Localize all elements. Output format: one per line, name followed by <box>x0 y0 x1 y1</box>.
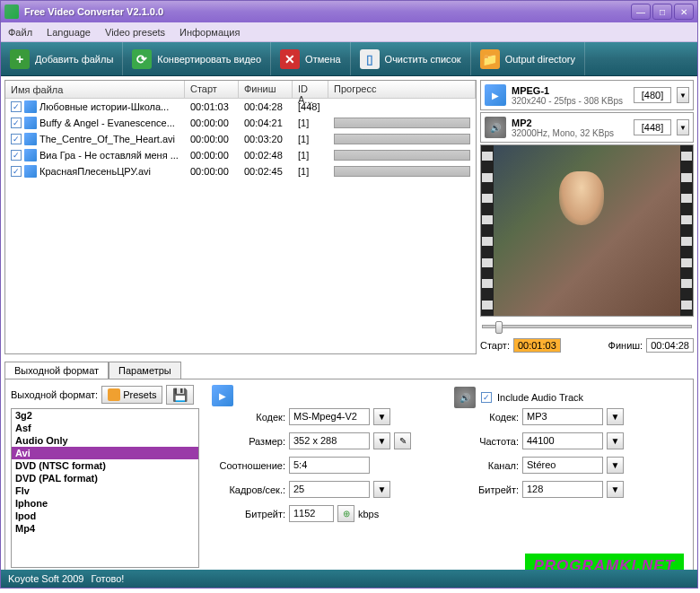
file-list: Имя файла Старт Финиш ID А... Прогресс ✓… <box>4 80 477 354</box>
include-audio-checkbox[interactable]: ✓ <box>481 392 492 403</box>
speaker-icon: 🔊 <box>454 387 476 408</box>
menu-language[interactable]: Language <box>47 27 91 38</box>
checkbox-icon[interactable]: ✓ <box>11 166 22 177</box>
list-item[interactable]: Avi <box>12 447 198 459</box>
video-file-icon <box>24 133 37 145</box>
list-item[interactable]: Audio Only <box>12 434 198 447</box>
plus-icon: + <box>10 49 30 69</box>
audio-bitrate-select[interactable]: 128 <box>522 481 603 498</box>
table-row[interactable]: ✓Любовные истории-Школа...00:01:0300:04:… <box>5 99 476 115</box>
audio-format-value[interactable]: [448] <box>634 119 671 135</box>
start-time[interactable]: 00:01:03 <box>513 338 561 353</box>
clear-list-button[interactable]: ▯Очистить список <box>351 42 471 75</box>
video-format-name: MPEG-1 <box>512 85 628 96</box>
video-format-box: ▶ MPEG-1320x240 - 25fps - 308 KBps [480]… <box>480 80 694 110</box>
chevron-down-icon[interactable]: ▼ <box>607 432 624 449</box>
checkbox-icon[interactable]: ✓ <box>11 134 22 144</box>
video-format-value[interactable]: [480] <box>634 87 671 103</box>
video-ratio-input[interactable]: 5:4 <box>289 457 370 474</box>
folder-icon <box>108 388 120 401</box>
statusbar: Koyote Soft 2009 Готово! <box>1 570 697 588</box>
file-list-header: Имя файла Старт Финиш ID А... Прогресс <box>5 81 476 99</box>
col-id[interactable]: ID А... <box>293 81 328 98</box>
chevron-down-icon[interactable]: ▼ <box>373 408 390 425</box>
tab-body: Выходной формат: Presets 💾 3g2AsfAudio O… <box>4 379 694 585</box>
progress-bar <box>334 118 470 128</box>
slider-thumb[interactable] <box>495 321 503 334</box>
end-time[interactable]: 00:04:28 <box>646 338 694 353</box>
table-row[interactable]: ✓КраснаяПлесеньЦРУ.avi00:00:0000:02:45[1… <box>5 163 476 179</box>
menu-presets[interactable]: Video presets <box>105 27 165 38</box>
minimize-button[interactable]: — <box>631 4 651 20</box>
list-item[interactable]: Iphone <box>12 497 198 510</box>
audio-channel-select[interactable]: Stéreo <box>522 457 603 474</box>
output-dir-button[interactable]: 📁Output directory <box>471 42 585 75</box>
video-format-spec: 320x240 - 25fps - 308 KBps <box>512 96 628 106</box>
refresh-icon: ⟳ <box>132 49 152 69</box>
convert-button[interactable]: ⟳Конвертировать видео <box>123 42 271 75</box>
video-bitrate-input[interactable]: 1152 <box>289 505 334 522</box>
list-item[interactable]: Ipod <box>12 510 198 522</box>
chevron-down-icon[interactable]: ▼ <box>607 408 624 425</box>
tabs: Выходной формат Параметры <box>4 362 694 379</box>
video-file-icon <box>24 117 37 129</box>
checkbox-icon[interactable]: ✓ <box>11 150 22 161</box>
table-row[interactable]: ✓The_Centre_Of_The_Heart.avi00:00:0000:0… <box>5 131 476 147</box>
audio-freq-select[interactable]: 44100 <box>522 432 603 449</box>
table-row[interactable]: ✓Виа Гра - Не оставляй меня ...00:00:000… <box>5 147 476 163</box>
start-label: Старт: <box>480 340 510 351</box>
x-icon: ✕ <box>280 49 300 69</box>
col-start[interactable]: Старт <box>185 81 239 98</box>
video-fps-select[interactable]: 25 <box>289 481 370 498</box>
video-codec-select[interactable]: MS-Mpeg4-V2 <box>289 408 370 425</box>
window-title: Free Video Converter V2.1.0.0 <box>24 6 629 17</box>
list-item[interactable]: Flv <box>12 484 198 497</box>
add-bitrate-button[interactable]: ⊕ <box>337 505 354 522</box>
chevron-down-icon[interactable]: ▼ <box>373 481 390 498</box>
list-item[interactable]: 3g2 <box>12 409 198 422</box>
cancel-button[interactable]: ✕Отмена <box>271 42 350 75</box>
video-settings: ▶ Кодек:MS-Mpeg4-V2▼ Размер:352 x 288▼✎ … <box>208 385 433 579</box>
col-progress[interactable]: Прогресс <box>328 81 476 98</box>
table-row[interactable]: ✓Buffy & Angel - Evanescence...00:00:000… <box>5 115 476 131</box>
chevron-down-icon[interactable]: ▼ <box>607 457 624 474</box>
video-preview[interactable] <box>480 144 694 317</box>
close-button[interactable]: ✕ <box>674 4 694 20</box>
list-item[interactable]: Asf <box>12 422 198 434</box>
list-item[interactable]: DVD (PAL format) <box>12 472 198 484</box>
app-window: Free Video Converter V2.1.0.0 — □ ✕ Файл… <box>0 0 698 589</box>
chevron-down-icon[interactable]: ▼ <box>607 481 624 498</box>
audio-settings: 🔊 ✓ Include Audio Track Кодек:MP3▼ Часто… <box>442 385 687 579</box>
menu-file[interactable]: Файл <box>8 27 32 38</box>
progress-bar <box>334 150 470 161</box>
col-end[interactable]: Финиш <box>239 81 293 98</box>
audio-codec-select[interactable]: MP3 <box>522 408 603 425</box>
add-files-button[interactable]: +Добавить файлы <box>1 42 123 75</box>
include-audio-label: Include Audio Track <box>497 392 583 403</box>
tab-params[interactable]: Параметры <box>109 362 181 379</box>
save-preset-button[interactable]: 💾 <box>166 385 194 405</box>
audio-format-spec: 32000Hz, Mono, 32 KBps <box>512 128 628 138</box>
app-icon <box>4 4 19 19</box>
audio-format-name: MP2 <box>512 118 628 128</box>
presets-button[interactable]: Presets <box>101 386 162 404</box>
checkbox-icon[interactable]: ✓ <box>11 118 22 128</box>
chevron-down-icon[interactable]: ▼ <box>677 119 689 135</box>
list-item[interactable]: Mp4 <box>12 522 198 535</box>
titlebar[interactable]: Free Video Converter V2.1.0.0 — □ ✕ <box>1 1 697 22</box>
chevron-down-icon[interactable]: ▼ <box>373 432 390 449</box>
col-name[interactable]: Имя файла <box>5 81 185 98</box>
format-list[interactable]: 3g2AsfAudio OnlyAviDVD (NTSC format)DVD … <box>11 408 199 568</box>
tab-format[interactable]: Выходной формат <box>4 362 109 379</box>
chevron-down-icon[interactable]: ▼ <box>677 87 689 103</box>
maximize-button[interactable]: □ <box>652 4 672 20</box>
checkbox-icon[interactable]: ✓ <box>11 101 22 112</box>
edit-size-button[interactable]: ✎ <box>394 432 411 449</box>
preview-slider[interactable] <box>480 318 694 335</box>
output-format-label: Выходной формат: <box>11 389 98 400</box>
status-message: Готово! <box>91 573 124 584</box>
menu-info[interactable]: Информация <box>179 27 240 38</box>
video-size-select[interactable]: 352 x 288 <box>289 432 370 449</box>
video-file-icon <box>24 165 37 178</box>
list-item[interactable]: DVD (NTSC format) <box>12 459 198 472</box>
